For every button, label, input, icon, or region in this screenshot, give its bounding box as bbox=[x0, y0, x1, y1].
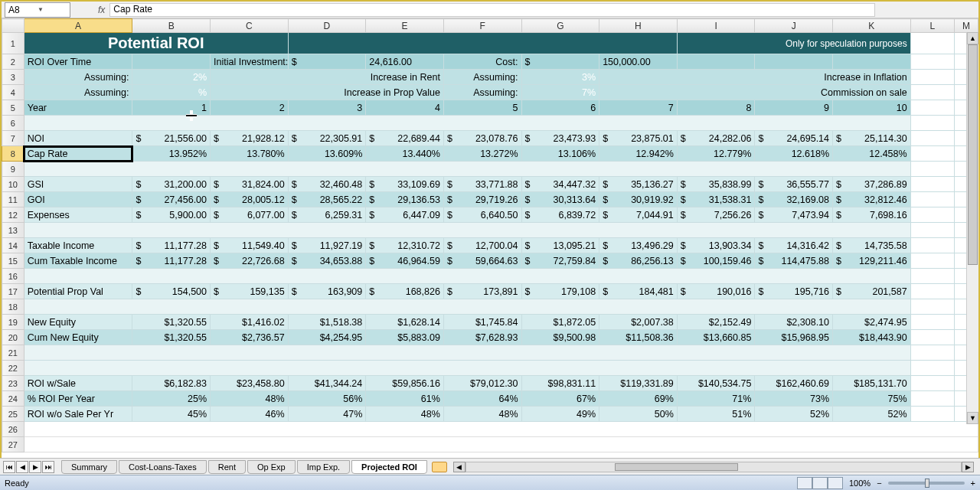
data-cell[interactable]: $86,256.13 bbox=[599, 253, 678, 269]
column-header[interactable]: B bbox=[132, 19, 211, 33]
data-cell[interactable]: $21,556.00 bbox=[132, 131, 211, 146]
data-cell[interactable]: $23,458.80 bbox=[211, 376, 289, 391]
data-cell[interactable]: $4,254.95 bbox=[288, 330, 366, 345]
column-header[interactable]: H bbox=[599, 19, 678, 33]
data-cell[interactable]: $100,159.46 bbox=[677, 253, 755, 269]
row-label[interactable]: Cum New Equity bbox=[24, 330, 132, 345]
tab-first-icon[interactable]: ⏮ bbox=[3, 461, 15, 473]
data-cell[interactable]: $6,447.09 bbox=[366, 207, 444, 223]
tab-next-icon[interactable]: ▶ bbox=[29, 461, 41, 473]
data-cell[interactable]: $2,152.49 bbox=[677, 315, 755, 330]
data-cell[interactable]: $98,831.11 bbox=[521, 376, 599, 391]
data-cell[interactable]: $2,474.95 bbox=[833, 315, 911, 330]
data-cell[interactable]: $1,745.84 bbox=[443, 315, 521, 330]
data-cell[interactable]: 73% bbox=[755, 391, 833, 407]
zoom-slider[interactable] bbox=[888, 482, 965, 485]
data-cell[interactable]: $27,456.00 bbox=[132, 192, 211, 207]
data-cell[interactable]: 64% bbox=[443, 391, 521, 407]
data-cell[interactable]: $5,900.00 bbox=[132, 207, 211, 223]
row-label[interactable]: Cum Taxable Income bbox=[24, 253, 132, 269]
column-header[interactable]: K bbox=[833, 19, 911, 33]
data-cell[interactable]: $163,909 bbox=[288, 284, 366, 299]
data-cell[interactable]: 12.779% bbox=[677, 146, 755, 162]
data-cell[interactable]: 45% bbox=[132, 407, 211, 422]
data-cell[interactable]: $173,891 bbox=[443, 284, 521, 299]
data-cell[interactable]: $29,136.53 bbox=[366, 192, 444, 207]
data-cell[interactable]: $11,177.28 bbox=[132, 238, 211, 253]
fx-icon[interactable]: fx bbox=[98, 5, 105, 15]
data-cell[interactable]: $31,824.00 bbox=[211, 177, 289, 192]
data-cell[interactable]: $1,320.55 bbox=[132, 315, 211, 330]
sheet-tab[interactable]: Summary bbox=[61, 460, 117, 474]
data-cell[interactable]: 12.942% bbox=[599, 146, 678, 162]
data-cell[interactable]: $28,005.12 bbox=[211, 192, 289, 207]
data-cell[interactable]: $24,282.06 bbox=[677, 131, 755, 146]
data-cell[interactable]: $13,660.85 bbox=[677, 330, 755, 345]
scroll-right-icon[interactable]: ▶ bbox=[962, 462, 974, 472]
data-cell[interactable]: $129,211.46 bbox=[833, 253, 911, 269]
data-cell[interactable]: $1,518.38 bbox=[288, 315, 366, 330]
data-cell[interactable]: $154,500 bbox=[132, 284, 211, 299]
sheet-tab[interactable]: Cost-Loans-Taxes bbox=[119, 460, 207, 474]
data-cell[interactable]: $12,700.04 bbox=[443, 238, 521, 253]
data-cell[interactable]: $159,135 bbox=[211, 284, 289, 299]
data-cell[interactable]: $23,078.76 bbox=[443, 131, 521, 146]
data-cell[interactable]: $11,549.40 bbox=[211, 238, 289, 253]
data-cell[interactable]: $37,286.89 bbox=[833, 177, 911, 192]
data-cell[interactable]: $13,496.29 bbox=[599, 238, 678, 253]
data-cell[interactable]: $195,716 bbox=[755, 284, 833, 299]
data-cell[interactable]: 13.440% bbox=[366, 146, 444, 162]
data-cell[interactable]: 52% bbox=[755, 407, 833, 422]
data-cell[interactable]: $7,044.91 bbox=[599, 207, 678, 223]
horizontal-scrollbar[interactable]: ◀ ▶ bbox=[453, 462, 974, 472]
data-cell[interactable]: $140,534.75 bbox=[677, 376, 755, 391]
data-cell[interactable]: 61% bbox=[366, 391, 444, 407]
data-cell[interactable]: $2,308.10 bbox=[755, 315, 833, 330]
zoom-out-icon[interactable]: − bbox=[877, 479, 881, 488]
scroll-down-icon[interactable]: ▼ bbox=[967, 412, 978, 424]
data-cell[interactable]: 69% bbox=[599, 391, 678, 407]
data-cell[interactable]: $6,839.72 bbox=[521, 207, 599, 223]
data-cell[interactable]: $5,883.09 bbox=[366, 330, 444, 345]
data-cell[interactable]: $33,771.88 bbox=[443, 177, 521, 192]
data-cell[interactable]: $6,182.83 bbox=[132, 376, 211, 391]
data-cell[interactable]: $34,653.88 bbox=[288, 253, 366, 269]
data-cell[interactable]: $59,664.63 bbox=[443, 253, 521, 269]
data-cell[interactable]: $7,256.26 bbox=[677, 207, 755, 223]
row-label[interactable]: NOI bbox=[24, 131, 132, 146]
row-label[interactable]: Cap Rate bbox=[24, 146, 132, 162]
scroll-up-icon[interactable]: ▲ bbox=[967, 32, 978, 44]
data-cell[interactable]: $1,628.14 bbox=[366, 315, 444, 330]
data-cell[interactable]: $7,473.94 bbox=[755, 207, 833, 223]
zoom-in-icon[interactable]: + bbox=[971, 479, 975, 488]
inflation-pct[interactable]: 3% bbox=[521, 70, 599, 85]
data-cell[interactable]: $24,695.14 bbox=[755, 131, 833, 146]
data-cell[interactable]: $22,726.68 bbox=[211, 253, 289, 269]
data-cell[interactable]: $6,259.31 bbox=[288, 207, 366, 223]
data-cell[interactable]: 48% bbox=[443, 407, 521, 422]
scroll-thumb[interactable] bbox=[615, 463, 739, 471]
data-cell[interactable]: $7,628.93 bbox=[443, 330, 521, 345]
data-cell[interactable]: 49% bbox=[521, 407, 599, 422]
data-cell[interactable]: 48% bbox=[366, 407, 444, 422]
data-cell[interactable]: $11,927.19 bbox=[288, 238, 366, 253]
data-cell[interactable]: $79,012.30 bbox=[443, 376, 521, 391]
column-header[interactable]: G bbox=[521, 19, 599, 33]
data-cell[interactable]: $25,114.30 bbox=[833, 131, 911, 146]
prop-value-pct[interactable]: % bbox=[132, 85, 211, 100]
column-header[interactable]: M bbox=[955, 19, 978, 33]
view-buttons[interactable] bbox=[797, 477, 843, 489]
row-label[interactable]: GOI bbox=[24, 192, 132, 207]
data-cell[interactable]: $46,964.59 bbox=[366, 253, 444, 269]
data-cell[interactable]: $23,875.01 bbox=[599, 131, 678, 146]
data-cell[interactable]: $1,416.02 bbox=[211, 315, 289, 330]
data-cell[interactable]: $13,903.34 bbox=[677, 238, 755, 253]
data-cell[interactable]: $32,812.46 bbox=[833, 192, 911, 207]
data-cell[interactable]: $32,460.48 bbox=[288, 177, 366, 192]
data-cell[interactable]: 67% bbox=[521, 391, 599, 407]
column-header[interactable]: I bbox=[677, 19, 755, 33]
column-header[interactable] bbox=[2, 19, 24, 33]
data-cell[interactable]: $162,460.69 bbox=[755, 376, 833, 391]
data-cell[interactable]: $34,447.32 bbox=[521, 177, 599, 192]
data-cell[interactable]: 12.618% bbox=[755, 146, 833, 162]
